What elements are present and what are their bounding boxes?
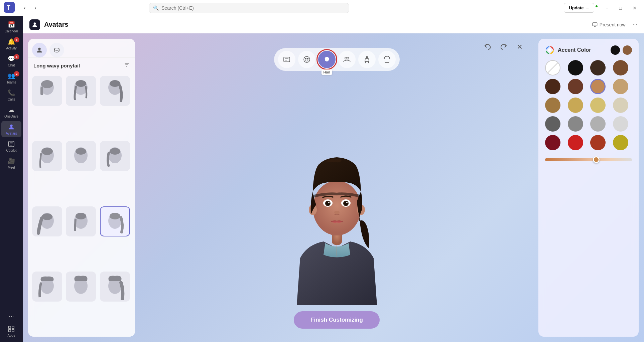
finish-customizing-button[interactable]: Finish Customizing [294,311,380,329]
filter-button[interactable] [124,62,130,69]
color-swatch-darkgray[interactable] [545,116,560,132]
sidebar-label-calendar: Calendar [5,29,18,33]
titlebar-right: Update ··· − □ ✕ [564,3,640,13]
svg-rect-5 [12,326,14,328]
color-swatch-goldenbrown[interactable] [545,98,560,113]
category-groups-button[interactable] [338,51,356,68]
sidebar-item-meet[interactable]: 🎥 Meet [1,155,21,171]
close-editor-button[interactable] [513,40,526,53]
svg-point-19 [76,80,86,87]
sidebar-item-onedrive[interactable]: ☁ OneDrive [1,104,21,120]
svg-point-63 [334,211,340,214]
back-button[interactable]: ‹ [20,3,29,13]
svg-point-16 [41,80,53,88]
color-swatch-warmtan[interactable] [590,79,606,94]
forward-button[interactable]: › [31,3,40,13]
svg-point-33 [110,213,120,219]
hair-style-item[interactable] [66,141,96,171]
hair-tab-accessories[interactable] [49,43,64,57]
sidebar-label-activity: Activity [6,46,17,50]
color-swatch-sandybrown[interactable] [613,79,628,94]
color-swatch-darkbrown[interactable] [590,60,606,75]
sidebar-item-apps[interactable]: Apps [1,323,21,339]
color-swatch-auburn[interactable] [590,135,606,150]
hair-style-item[interactable] [32,76,62,106]
search-input[interactable] [161,5,345,11]
svg-point-42 [307,58,308,59]
color-swatch-darkred[interactable] [545,135,560,150]
hair-tab-on[interactable] [32,43,47,57]
color-swatch-black[interactable] [568,60,583,75]
sidebar-label-calls: Calls [8,98,15,101]
search-bar[interactable]: 🔍 [149,3,349,13]
sidebar-item-avatars[interactable]: Avatars [1,121,21,137]
close-button[interactable]: ✕ [629,4,640,12]
category-hair-button[interactable]: Hair [318,51,336,68]
color-swatch-dirtygold[interactable] [613,135,628,150]
sidebar-item-teams[interactable]: 👥 2 Teams [1,70,21,86]
present-now-button[interactable]: Present now [589,20,629,29]
color-swatch-platblonde[interactable] [613,98,628,113]
svg-line-47 [365,61,366,63]
sidebar-item-activity[interactable]: 🔔 6 Activity [1,36,21,52]
titlebar: T ‹ › 🔍 Update ··· − □ ✕ [0,0,644,16]
undo-button[interactable] [481,40,494,53]
svg-line-48 [368,61,369,63]
chat-badge: 5 [14,54,19,59]
maximize-button[interactable]: □ [616,4,625,12]
hair-style-item[interactable] [32,141,62,171]
hair-style-item[interactable] [66,272,96,302]
color-swatch-lightgold[interactable] [568,98,583,113]
sidebar-item-calendar[interactable]: 📅 Calendar [1,19,21,35]
category-reactions-button[interactable] [278,51,295,68]
hair-style-item[interactable] [100,141,130,171]
sidebar-label-chat: Chat [8,63,15,67]
sidebar-item-more[interactable]: ··· [1,310,21,322]
meet-icon: 🎥 [7,157,15,165]
header-more-button[interactable]: ··· [633,22,637,28]
svg-point-44 [345,57,347,59]
accent-swatch-black[interactable] [611,45,620,55]
color-swatch-medgray[interactable] [568,116,583,132]
hair-style-item[interactable] [100,272,130,302]
sidebar-label-copilot: Copilot [6,149,16,152]
hair-style-item[interactable] [100,76,130,106]
svg-rect-6 [9,330,11,332]
category-face-button[interactable] [298,51,315,68]
svg-point-46 [366,56,368,58]
category-outfit-button[interactable] [378,51,396,68]
svg-point-40 [304,56,310,62]
hair-style-item[interactable] [32,206,62,236]
redo-button[interactable] [497,40,510,53]
sidebar-item-chat[interactable]: 💬 5 Chat [1,53,21,69]
sidebar-item-calls[interactable]: 📞 Calls [1,87,21,103]
color-swatch-white[interactable] [613,116,628,132]
color-wheel-icon [545,45,554,55]
sidebar-item-copilot[interactable]: Copilot [1,138,21,154]
color-swatch-none[interactable] [545,60,560,75]
color-swatch-darkchoc[interactable] [545,79,560,94]
hair-style-item[interactable] [32,272,62,302]
editor-controls [481,40,526,53]
avatars-icon [7,123,15,131]
update-button[interactable]: Update ··· [564,3,594,13]
minimize-button[interactable]: − [602,4,612,12]
hair-style-item[interactable] [66,76,96,106]
color-swatch-chocbrown[interactable] [568,79,583,94]
color-slider[interactable] [545,158,632,161]
color-swatch-warmblonde[interactable] [590,98,606,113]
slider-thumb[interactable] [593,156,600,163]
apps-icon [7,325,15,333]
color-swatch-lightgray[interactable] [590,116,606,132]
color-swatch-brightred[interactable] [568,135,583,150]
color-swatch-mediumbrown[interactable] [613,60,628,75]
activity-badge: 6 [14,37,19,42]
hair-style-item[interactable] [66,206,96,236]
accent-swatch-brown[interactable] [623,45,632,55]
avatar-editor: Long wavy ponytail [23,33,644,342]
svg-point-29 [42,213,52,220]
hair-style-item-selected[interactable] [100,206,130,236]
hair-style-name: Long wavy ponytail [33,63,80,68]
category-body-button[interactable] [358,51,376,68]
hair-style-grid [28,73,135,337]
